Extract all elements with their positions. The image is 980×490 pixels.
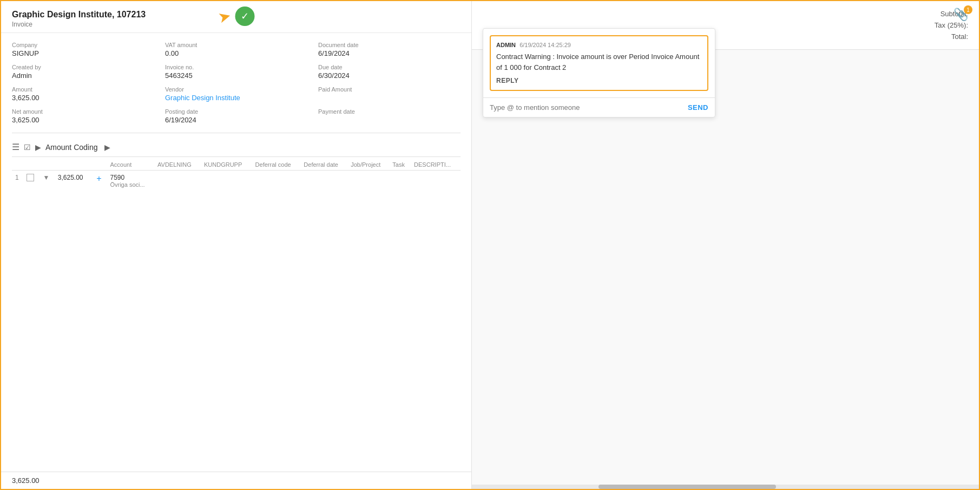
attachment-area[interactable]: 📎 1 — [953, 8, 968, 22]
tax-label: Tax (25%): — [925, 21, 968, 29]
row-amount-cell: 3,625.00 — [55, 171, 91, 192]
right-panel: 📎 1 Subtotal: Tax (25%): Total: ADMIN 6/… — [472, 1, 979, 489]
row-description-cell — [411, 171, 461, 192]
expand-icon[interactable]: ▶ — [35, 143, 41, 152]
amount-value: 3,625.00 — [12, 94, 154, 102]
net-amount-value: 3,625.00 — [12, 116, 154, 124]
col-kundgrupp: KUNDGRUPP — [201, 159, 252, 171]
top-bar: ➤ ✓ — [218, 6, 254, 26]
row-checkbox-cell[interactable] — [23, 171, 40, 192]
comment-timestamp: 6/19/2024 14:25:29 — [519, 42, 571, 48]
section-next-icon[interactable]: ▶ — [104, 143, 110, 152]
posting-date-label: Posting date — [165, 108, 307, 115]
col-description: DESCRIPTI... — [411, 159, 461, 171]
tax-row: Tax (25%): — [925, 21, 968, 29]
filter-icon[interactable]: ☰ — [12, 142, 19, 152]
total-label: Total: — [925, 32, 968, 41]
check-icon: ✓ — [241, 10, 249, 22]
net-amount-field: Net amount 3,625.00 — [12, 108, 154, 124]
created-by-value: Admin — [12, 71, 154, 80]
row-expand-cell[interactable]: ▼ — [40, 171, 54, 192]
amount-coding-section: ☰ ☑ ▶ Amount Coding ▶ Account AVDELNING — [1, 138, 471, 191]
invoice-no-value: 5463245 — [165, 71, 307, 80]
col-deferral-code: Deferral code — [252, 159, 301, 171]
total-row: Total: — [925, 32, 968, 41]
company-label: Company — [12, 42, 154, 48]
add-row-button[interactable]: + — [96, 174, 101, 183]
vendor-link[interactable]: Graphic Design Institute — [165, 94, 307, 102]
table-header-row: Account AVDELNING KUNDGRUPP Deferral cod… — [12, 159, 461, 171]
vendor-label: Vendor — [165, 86, 307, 93]
row-job-project-cell — [347, 171, 389, 192]
row-deferral-date-cell — [300, 171, 347, 192]
col-account: Account — [107, 159, 154, 171]
invoice-no-field: Invoice no. 5463245 — [165, 64, 307, 80]
row-checkbox[interactable] — [27, 174, 34, 181]
row-account-cell: 7590 Övriga soci... — [107, 171, 154, 192]
account-name: Övriga soci... — [110, 181, 151, 188]
col-expand — [40, 159, 54, 171]
col-row-num — [12, 159, 23, 171]
main-container: ➤ ✓ Graphic Design Institute, 107213 Inv… — [1, 1, 979, 489]
fields-grid: Company SIGNUP VAT amount 0.00 Document … — [1, 33, 471, 133]
document-date-label: Document date — [318, 42, 461, 48]
scrollbar-thumb[interactable] — [598, 485, 776, 489]
amount-field: Amount 3,625.00 — [12, 86, 154, 102]
vat-value: 0.00 — [165, 49, 307, 57]
company-field: Company SIGNUP — [12, 42, 154, 57]
document-date-field: Document date 6/19/2024 — [318, 42, 461, 57]
due-date-label: Due date — [318, 64, 461, 70]
invoice-no-label: Invoice no. — [165, 64, 307, 70]
row-add-cell[interactable]: + — [91, 171, 107, 192]
bottom-total: 3,625.00 — [1, 472, 471, 489]
admin-label: ADMIN — [496, 42, 516, 48]
comment-meta: ADMIN 6/19/2024 14:25:29 — [496, 42, 702, 48]
paid-amount-field: Paid Amount — [318, 86, 461, 102]
horizontal-scrollbar[interactable] — [472, 485, 979, 489]
company-value: SIGNUP — [12, 49, 154, 57]
col-job-project: Job/Project — [347, 159, 389, 171]
col-add — [91, 159, 107, 171]
posting-date-value: 6/19/2024 — [165, 116, 307, 124]
col-avdelning: AVDELNING — [154, 159, 201, 171]
row-avdelning-cell — [154, 171, 201, 192]
row-deferral-code-cell — [252, 171, 301, 192]
document-date-value: 6/19/2024 — [318, 49, 461, 57]
comment-panel: ADMIN 6/19/2024 14:25:29 Contract Warnin… — [483, 28, 715, 117]
attachment-count: 1 — [964, 5, 972, 14]
table-row: 1 ▼ 3,625.00 + 7590 Övriga soci... — [12, 171, 461, 192]
due-date-value: 6/30/2024 — [318, 71, 461, 80]
payment-date-field: Payment date — [318, 108, 461, 124]
col-deferral-date: Deferral date — [300, 159, 347, 171]
account-number: 7590 — [110, 174, 151, 181]
coding-table: Account AVDELNING KUNDGRUPP Deferral cod… — [12, 159, 461, 191]
row-task-cell — [389, 171, 411, 192]
vat-label: VAT amount — [165, 42, 307, 48]
reply-button[interactable]: REPLY — [496, 77, 702, 84]
divider — [12, 133, 461, 133]
col-checkbox — [23, 159, 40, 171]
created-by-label: Created by — [12, 64, 154, 70]
total-value: 3,625.00 — [12, 476, 40, 485]
posting-date-field: Posting date 6/19/2024 — [165, 108, 307, 124]
checkbox-icon[interactable]: ☑ — [24, 143, 31, 152]
comment-input[interactable] — [490, 103, 683, 112]
vendor-field: Vendor Graphic Design Institute — [165, 86, 307, 102]
section-toolbar: ☰ ☑ ▶ Amount Coding ▶ — [12, 138, 461, 157]
col-amount — [55, 159, 91, 171]
account-info: 7590 Övriga soci... — [110, 174, 151, 188]
amount-label: Amount — [12, 86, 154, 93]
payment-date-label: Payment date — [318, 108, 461, 115]
paid-amount-label: Paid Amount — [318, 86, 461, 93]
row-kundgrupp-cell — [201, 171, 252, 192]
comment-entry: ADMIN 6/19/2024 14:25:29 Contract Warnin… — [490, 35, 708, 91]
check-circle: ✓ — [235, 6, 254, 26]
net-amount-label: Net amount — [12, 108, 154, 115]
send-button[interactable]: SEND — [688, 103, 708, 112]
col-task: Task — [389, 159, 411, 171]
row-expand-icon[interactable]: ▼ — [43, 174, 49, 181]
arrow-icon: ➤ — [216, 6, 233, 27]
section-title: Amount Coding — [45, 143, 98, 152]
vat-field: VAT amount 0.00 — [165, 42, 307, 57]
due-date-field: Due date 6/30/2024 — [318, 64, 461, 80]
